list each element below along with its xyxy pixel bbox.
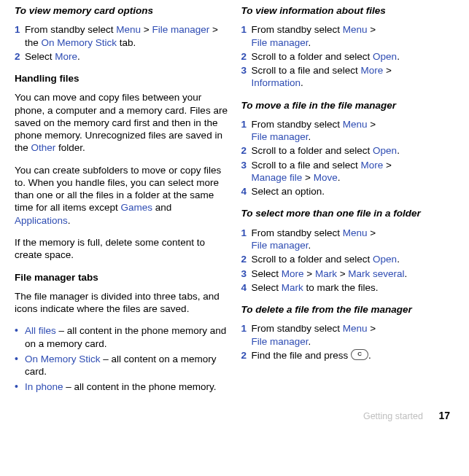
- step: 2Scroll to a folder and select Open.: [241, 253, 455, 265]
- more-link: More: [361, 65, 384, 76]
- step-number: 1: [241, 118, 247, 130]
- on-memory-stick-link: On Memory Stick: [42, 37, 117, 48]
- step: 2 Select More.: [15, 50, 228, 63]
- mark-several-link: Mark several: [348, 268, 404, 279]
- paragraph: You can create subfolders to move or cop…: [15, 164, 228, 227]
- page-number: 17: [425, 410, 450, 421]
- step-text: From standby select Menu > File manager.: [252, 323, 376, 346]
- right-column: To view information about files 1From st…: [241, 4, 455, 397]
- open-link: Open: [373, 254, 397, 265]
- paragraph: The file manager is divided into three t…: [15, 290, 228, 316]
- menu-link: Menu: [343, 227, 368, 238]
- step-text: From standby select Menu > File manager …: [25, 24, 218, 47]
- step-text: Select More > Mark > Mark several.: [252, 268, 408, 279]
- c-key-icon: [351, 349, 368, 360]
- step-text: Scroll to a file and select More > Manag…: [252, 160, 392, 183]
- menu-link: Menu: [343, 119, 368, 130]
- more-link: More: [55, 51, 77, 62]
- step-text: Scroll to a folder and select Open.: [252, 145, 400, 156]
- bullet-list: All files – all content in the phone mem…: [15, 324, 228, 393]
- section-view-file-info: To view information about files 1From st…: [241, 4, 455, 90]
- step-number: 2: [241, 144, 247, 157]
- list-item: In phone – all content in the phone memo…: [15, 381, 228, 393]
- paragraph: If the memory is full, delete some conte…: [15, 236, 228, 262]
- step-text: Select More.: [25, 51, 80, 62]
- paragraph-block: If the memory is full, delete some conte…: [15, 236, 228, 262]
- step-text: Scroll to a folder and select Open.: [252, 51, 400, 62]
- paragraph-block: You can create subfolders to move or cop…: [15, 164, 228, 227]
- games-link: Games: [121, 202, 153, 213]
- step: 3Scroll to a file and select More > Mana…: [241, 159, 455, 184]
- information-link: Information: [252, 77, 301, 88]
- list-item: On Memory Stick – all content on a memor…: [15, 353, 228, 378]
- heading: To move a file in the file manager: [241, 99, 455, 112]
- list-item: All files – all content in the phone mem…: [15, 324, 228, 350]
- step: 1 From standby select Menu > File manage…: [15, 23, 228, 49]
- file-manager-link: File manager: [252, 37, 309, 48]
- section-view-card-options: To view memory card options 1 From stand…: [15, 4, 228, 63]
- heading: File manager tabs: [15, 271, 228, 284]
- menu-link: Menu: [116, 24, 141, 35]
- file-manager-link: File manager: [252, 131, 309, 142]
- step-text: Find the file and press .: [252, 350, 371, 361]
- step-text: Select an option.: [252, 186, 325, 197]
- mark-link: Mark: [282, 282, 303, 293]
- heading: To view information about files: [241, 4, 455, 17]
- all-files-link: All files: [25, 325, 56, 336]
- open-link: Open: [373, 51, 397, 62]
- step-number: 4: [241, 281, 247, 294]
- step: 1From standby select Menu > File manager…: [241, 118, 455, 144]
- step-number: 4: [241, 185, 247, 198]
- step: 2Scroll to a folder and select Open.: [241, 144, 455, 157]
- other-link: Other: [31, 142, 56, 153]
- step-text: Select Mark to mark the files.: [252, 282, 379, 293]
- file-manager-link: File manager: [252, 240, 309, 251]
- heading: To delete a file from the file manager: [241, 303, 455, 316]
- step: 2Find the file and press .: [241, 349, 455, 362]
- section-handling-files: Handling files You can move and copy fil…: [15, 72, 228, 155]
- step-text: From standby select Menu > File manager.: [252, 24, 376, 47]
- menu-link: Menu: [343, 323, 368, 334]
- step: 3Select More > Mark > Mark several.: [241, 268, 455, 280]
- section-delete-file: To delete a file from the file manager 1…: [241, 303, 455, 362]
- section-select-multiple: To select more than one file in a folder…: [241, 207, 455, 294]
- section-move-file: To move a file in the file manager 1From…: [241, 99, 455, 198]
- step-text: From standby select Menu > File manager.: [252, 119, 376, 142]
- more-link: More: [361, 160, 384, 171]
- step-text: Scroll to a file and select More > Infor…: [252, 65, 392, 88]
- applications-link: Applications: [15, 215, 68, 226]
- file-manager-link: File manager: [252, 336, 309, 347]
- step: 4Select Mark to mark the files.: [241, 281, 455, 294]
- menu-link: Menu: [343, 24, 368, 35]
- manage-file-link: Manage file: [252, 172, 303, 183]
- step-number: 2: [241, 50, 247, 63]
- page-body: To view memory card options 1 From stand…: [0, 0, 469, 397]
- step-number: 3: [241, 268, 247, 280]
- step: 1From standby select Menu > File manager…: [241, 23, 455, 49]
- heading: To select more than one file in a folder: [241, 207, 455, 219]
- step-number: 2: [15, 50, 20, 63]
- step-text: From standby select Menu > File manager.: [252, 227, 376, 251]
- open-link: Open: [373, 145, 397, 156]
- page-footer: Getting started 17: [0, 397, 469, 424]
- step-number: 1: [241, 23, 247, 36]
- on-memory-stick-link: On Memory Stick: [25, 354, 101, 364]
- step-text: Scroll to a folder and select Open.: [252, 254, 400, 265]
- section-file-manager-tabs: File manager tabs The file manager is di…: [15, 271, 228, 316]
- step: 4Select an option.: [241, 185, 455, 198]
- step: 3Scroll to a file and select More > Info…: [241, 64, 455, 90]
- step: 1From standby select Menu > File manager…: [241, 227, 455, 252]
- paragraph: You can move and copy files between your…: [15, 91, 228, 154]
- step-number: 1: [241, 322, 247, 335]
- section-label: Getting started: [363, 411, 423, 421]
- step-number: 2: [241, 349, 247, 362]
- in-phone-link: In phone: [25, 381, 63, 392]
- step-number: 1: [241, 227, 247, 239]
- more-link: More: [282, 268, 304, 279]
- mark-link: Mark: [315, 268, 337, 279]
- heading: Handling files: [15, 72, 228, 85]
- step-number: 2: [241, 253, 247, 265]
- step: 1From standby select Menu > File manager…: [241, 322, 455, 348]
- left-column: To view memory card options 1 From stand…: [15, 4, 228, 397]
- step-number: 1: [15, 23, 20, 36]
